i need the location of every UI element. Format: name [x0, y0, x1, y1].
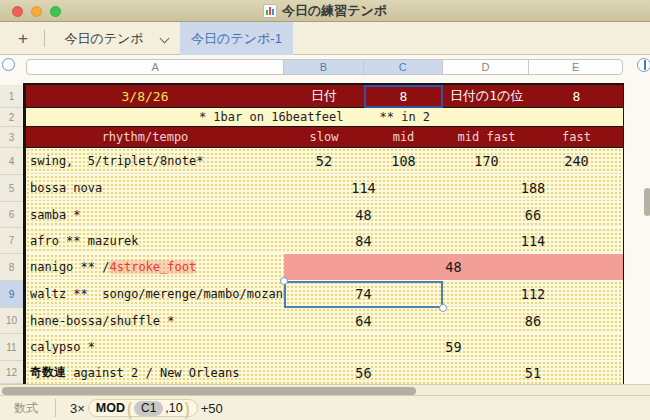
- formula-bar: 数式 3× MOD ( C1 ,10 ) +50: [0, 396, 650, 420]
- cell-a4[interactable]: swing, 5/triplet/8note*: [26, 148, 284, 174]
- formula-divider: [55, 399, 56, 417]
- sheet-tab-bar: + 今日のテンポ 今日のテンポ-1: [0, 22, 650, 55]
- alert-text: 4stroke_foot: [109, 260, 196, 274]
- selection-handle-bottom-right[interactable]: [439, 304, 447, 312]
- cell-a12[interactable]: 奇数連 against 2 / New Orleans: [26, 361, 284, 384]
- horizontal-scrollbar-track: [0, 384, 650, 396]
- table-row: calypso * 59: [26, 334, 623, 361]
- cell-a6[interactable]: samba *: [26, 202, 284, 227]
- formula-reference-outline-c1: [364, 85, 443, 108]
- cell-b7-merged[interactable]: 84: [284, 228, 443, 253]
- selected-cell-outline: [284, 281, 443, 308]
- vertical-scrollbar-thumb[interactable]: [644, 188, 650, 216]
- cell-a10[interactable]: hane-bossa/shuffle *: [26, 308, 284, 333]
- cell-e3: fast: [530, 127, 623, 147]
- open-paren: (: [127, 397, 132, 418]
- cell-b12-merged[interactable]: 56: [284, 361, 443, 384]
- cell-d9-merged[interactable]: 112: [443, 281, 623, 307]
- close-button[interactable]: [12, 6, 23, 17]
- column-header-c[interactable]: C: [364, 60, 443, 74]
- cell-a3: rhythm/tempo: [26, 127, 284, 147]
- cell-d12-merged[interactable]: 51: [443, 361, 623, 384]
- cell-d1: 日付の1の位: [443, 85, 530, 107]
- row-header-10[interactable]: 10: [0, 308, 23, 334]
- cell-a2-merged: * 1bar on 16beatfeel ** in 2: [26, 108, 623, 126]
- sheet-canvas: A B C D E 1 2 3 4 5 6 7 8 9 10 11 12 3/8…: [0, 55, 650, 384]
- row-header-12[interactable]: 12: [0, 361, 23, 384]
- cell-b3: slow: [284, 127, 364, 147]
- cell-e4[interactable]: 240: [530, 148, 623, 174]
- cell-d5-merged[interactable]: 188: [443, 175, 623, 201]
- function-name: MOD: [96, 401, 125, 415]
- minimize-button[interactable]: [31, 6, 42, 17]
- cell-d10-merged[interactable]: 86: [443, 308, 623, 333]
- title-bar: 今日の練習テンポ: [0, 0, 650, 22]
- cell-e1: 8: [530, 85, 623, 107]
- selection-handle-top-left[interactable]: [280, 277, 288, 285]
- cell-a11[interactable]: calypso *: [26, 334, 284, 360]
- cell-b5-merged[interactable]: 114: [284, 175, 443, 201]
- formula-prefix: 3×: [70, 401, 85, 416]
- table-row: hane-bossa/shuffle * 64 86: [26, 308, 623, 334]
- table-row: rhythm/tempo slow mid mid fast fast: [26, 127, 623, 148]
- cell-d7-merged[interactable]: 114: [443, 228, 623, 253]
- row-header-11[interactable]: 11: [0, 334, 23, 361]
- cell-b4[interactable]: 52: [284, 148, 364, 174]
- row-header-9[interactable]: 9: [0, 281, 23, 308]
- formula-function-pill[interactable]: MOD ( C1 ,10 ): [88, 399, 198, 417]
- cell-a1: 3/8/26: [26, 85, 284, 107]
- chevron-down-icon[interactable]: [160, 35, 168, 43]
- cell-c4[interactable]: 108: [364, 148, 443, 174]
- cell-d4[interactable]: 170: [443, 148, 530, 174]
- add-sheet-button[interactable]: +: [8, 22, 38, 55]
- table-row: swing, 5/triplet/8note* 52 108 170 240: [26, 148, 623, 175]
- row-header-6[interactable]: 6: [0, 202, 23, 228]
- cell-a5[interactable]: bossa nova: [26, 175, 284, 201]
- tab-divider: [44, 30, 45, 47]
- table-row: samba * 48 66: [26, 202, 623, 228]
- column-header-d[interactable]: D: [443, 60, 530, 74]
- zoom-button[interactable]: [50, 6, 61, 17]
- formula-content[interactable]: 3× MOD ( C1 ,10 ) +50: [70, 399, 223, 417]
- close-paren: ): [185, 397, 190, 418]
- cell-a9[interactable]: waltz ** songo/merenge/mambo/mozanbique: [26, 281, 284, 307]
- cell-d6-merged[interactable]: 66: [443, 202, 623, 227]
- row-header-1[interactable]: 1: [0, 85, 23, 108]
- column-header-a[interactable]: A: [27, 60, 284, 74]
- horizontal-scrollbar-thumb[interactable]: [2, 387, 416, 395]
- row-header-4[interactable]: 4: [0, 148, 23, 175]
- cell-b1: 日付: [284, 85, 364, 107]
- cell-a7[interactable]: afro ** mazurek: [26, 228, 284, 253]
- cell-d3: mid fast: [443, 127, 530, 147]
- row-header-5[interactable]: 5: [0, 175, 23, 202]
- column-header-bar: A B C D E: [26, 59, 623, 75]
- table-handle-icon[interactable]: [2, 58, 15, 71]
- cell-a8[interactable]: nanigo ** /4stroke_foot: [26, 254, 284, 280]
- table-right-handle-bar: [644, 60, 646, 70]
- cell-b6-merged[interactable]: 48: [284, 202, 443, 227]
- cell-b8-merged[interactable]: 48: [284, 254, 623, 280]
- sheet-tab-inactive[interactable]: 今日のテンポ: [56, 22, 152, 55]
- row-header-2[interactable]: 2: [0, 108, 23, 127]
- row-header-8[interactable]: 8: [0, 254, 23, 281]
- column-header-e[interactable]: E: [529, 60, 622, 74]
- table-row: * 1bar on 16beatfeel ** in 2: [26, 108, 623, 127]
- cell-c3: mid: [364, 127, 443, 147]
- window-title: 今日の練習テンポ: [282, 2, 387, 20]
- cell-reference-token[interactable]: C1: [134, 401, 163, 416]
- table-row: nanigo ** /4stroke_foot 48: [26, 254, 623, 281]
- formula-suffix: +50: [201, 401, 223, 416]
- column-header-b[interactable]: B: [284, 60, 364, 74]
- sheet-tab-active[interactable]: 今日のテンポ-1: [180, 22, 293, 55]
- row-header-3[interactable]: 3: [0, 127, 23, 148]
- numbers-document-icon: [263, 4, 277, 18]
- table-row: 奇数連 against 2 / New Orleans 56 51: [26, 361, 623, 384]
- table-row: bossa nova 114 188: [26, 175, 623, 202]
- second-argument: ,10: [165, 401, 182, 415]
- table-row: 3/8/26 日付 8 日付の1の位 8: [26, 85, 623, 108]
- cell-b11-merged[interactable]: 59: [284, 334, 623, 360]
- row-header-7[interactable]: 7: [0, 228, 23, 254]
- formula-label: 数式: [14, 400, 38, 417]
- cell-b10-merged[interactable]: 64: [284, 308, 443, 333]
- table-row: afro ** mazurek 84 114: [26, 228, 623, 254]
